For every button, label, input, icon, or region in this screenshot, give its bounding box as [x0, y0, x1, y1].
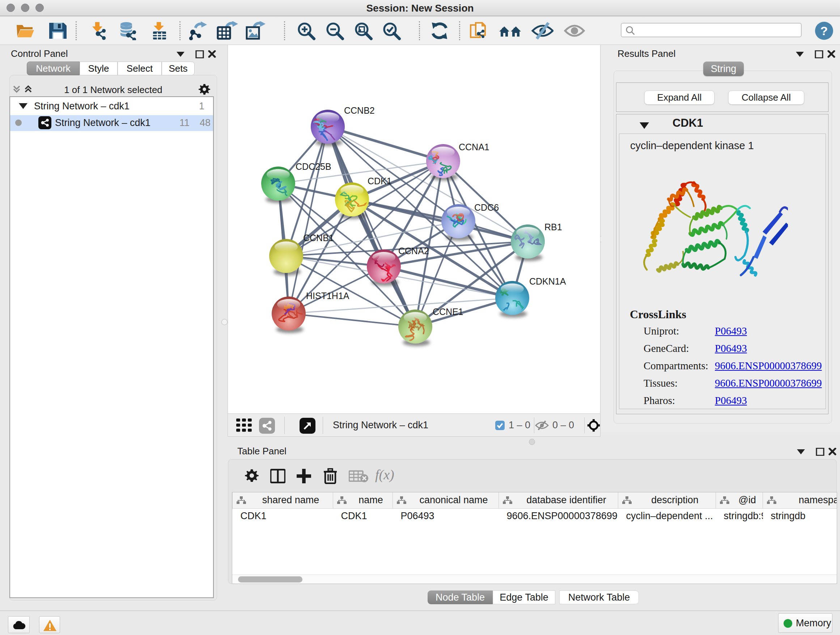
svg-text:CCNA2: CCNA2	[398, 246, 429, 256]
svg-text:CDC6: CDC6	[474, 203, 499, 212]
svg-text:CCNB2: CCNB2	[344, 105, 375, 116]
svg-text:CDK1: CDK1	[368, 176, 392, 186]
svg-text:CCNA1: CCNA1	[459, 142, 489, 152]
svg-text:?: ?	[821, 24, 828, 38]
svg-text:CDKN1A: CDKN1A	[529, 276, 566, 287]
svg-text:CCNE1: CCNE1	[433, 307, 463, 317]
svg-text:CDC25B: CDC25B	[295, 162, 332, 172]
svg-text:CCNB1: CCNB1	[303, 233, 334, 243]
svg-text:HIST1H1A: HIST1H1A	[306, 291, 349, 301]
svg-text:RB1: RB1	[545, 222, 562, 232]
